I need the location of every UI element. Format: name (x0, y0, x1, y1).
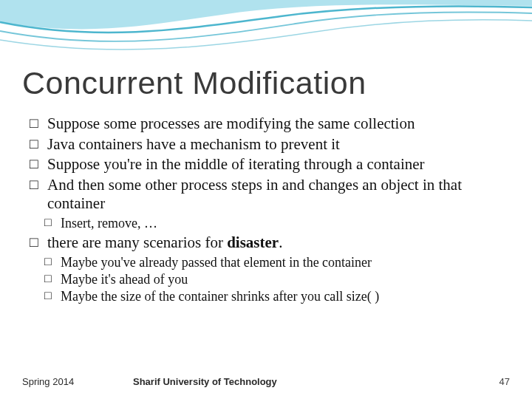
bullet-item: Suppose some processes are modifying the… (30, 115, 510, 134)
sub-bullet-item: Insert, remove, … (44, 215, 510, 232)
emphasis: disaster (227, 233, 279, 251)
bullet-item: Suppose you're in the middle of iteratin… (30, 155, 510, 174)
sub-bullet-list: Insert, remove, … (22, 215, 510, 232)
bullet-item: there are many scenarios for disaster. (30, 233, 510, 253)
sub-bullet-item: Maybe it's ahead of you (44, 271, 510, 288)
sub-bullet-list: Maybe you've already passed that element… (22, 254, 510, 305)
slide-footer: Spring 2014 Sharif University of Technol… (0, 376, 532, 387)
text: . (279, 233, 282, 251)
slide-number: 47 (499, 376, 510, 387)
slide-title: Concurrent Modification (22, 65, 510, 101)
bullet-item: And then some other process steps in and… (30, 176, 510, 214)
footer-institution: Sharif University of Technology (133, 376, 277, 387)
text: there are many scenarios for (47, 233, 227, 251)
sub-bullet-item: Maybe the size of the container shrinks … (44, 288, 510, 305)
footer-term: Spring 2014 (22, 376, 133, 387)
bullet-list: Suppose some processes are modifying the… (22, 115, 510, 214)
header-swoosh (0, 0, 532, 66)
slide-content: Concurrent Modification Suppose some pro… (22, 65, 510, 307)
bullet-item: Java containers have a mechanism to prev… (30, 135, 510, 154)
bullet-list: there are many scenarios for disaster. (22, 233, 510, 253)
sub-bullet-item: Maybe you've already passed that element… (44, 254, 510, 271)
